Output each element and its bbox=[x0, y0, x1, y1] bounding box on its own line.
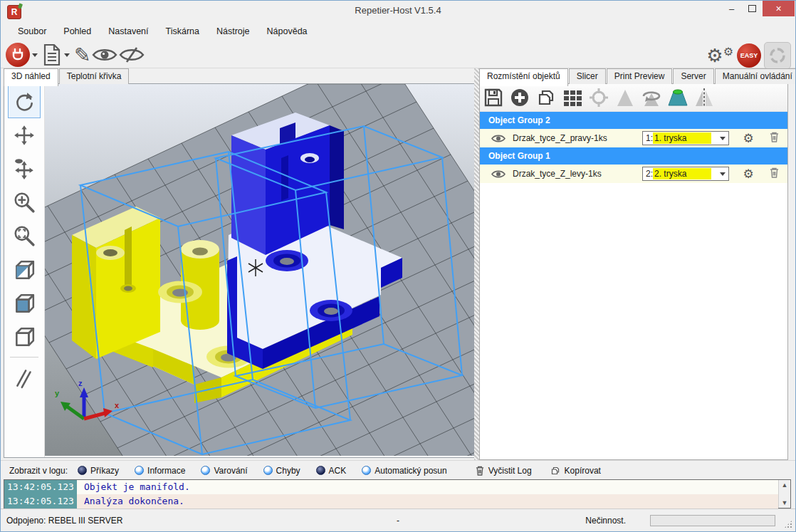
close-button[interactable]: × bbox=[763, 1, 795, 16]
menu-tiskarna[interactable]: Tiskárna bbox=[157, 24, 208, 39]
toggle-prikazy[interactable]: Příkazy bbox=[78, 466, 119, 476]
progress-bar bbox=[650, 515, 775, 526]
zoom-in-button[interactable] bbox=[8, 186, 41, 219]
visibility-eye-icon[interactable] bbox=[491, 134, 506, 143]
toggle-sphere-icon bbox=[135, 466, 144, 475]
add-object-button[interactable] bbox=[509, 87, 530, 108]
trash-icon bbox=[476, 466, 484, 476]
object-group-header[interactable]: Object Group 2 bbox=[480, 112, 787, 129]
pane-splitter[interactable] bbox=[474, 68, 479, 460]
object-row[interactable]: Drzak_tyce_Z_levy-1ks 2:2. tryska ⚙ bbox=[480, 165, 787, 183]
center-object-button[interactable] bbox=[588, 87, 609, 108]
rotate-view-button[interactable] bbox=[8, 85, 41, 118]
log-scrollbar[interactable]: ▲ ▼ bbox=[778, 480, 790, 508]
isometric-view-button[interactable] bbox=[8, 253, 41, 286]
toggle-sphere-icon bbox=[263, 466, 273, 475]
zoom-in-icon bbox=[13, 191, 36, 214]
toggle-varovani[interactable]: Varování bbox=[201, 466, 247, 476]
move-object-button[interactable] bbox=[8, 152, 41, 185]
main-toolbar: ✎ ⚙⚙ EASY bbox=[1, 41, 795, 68]
copy-icon bbox=[550, 466, 560, 476]
delete-object-button[interactable] bbox=[760, 132, 787, 145]
toggle-sphere-icon bbox=[201, 466, 210, 475]
parallel-projection-button[interactable] bbox=[8, 362, 41, 395]
load-dropdown-caret[interactable] bbox=[64, 53, 70, 57]
scroll-up-icon[interactable]: ▲ bbox=[782, 481, 788, 489]
trash-icon bbox=[770, 167, 779, 178]
log-output[interactable]: 13:42:05.123 Objekt je manifold. 13:42:0… bbox=[4, 479, 791, 508]
copy-object-button[interactable] bbox=[535, 87, 557, 108]
menu-pohled[interactable]: Pohled bbox=[55, 24, 100, 39]
object-row[interactable]: Drzak_tyce_Z_pravy-1ks 1:1. tryska ⚙ bbox=[480, 129, 787, 147]
toolbar-separator bbox=[10, 357, 38, 358]
copy-log-button[interactable]: Kopírovat bbox=[550, 466, 601, 476]
log-message: Objekt je manifold. bbox=[77, 480, 778, 494]
front-view-button[interactable] bbox=[8, 286, 41, 319]
scale-object-button[interactable] bbox=[614, 87, 636, 108]
toggle-informace[interactable]: Informace bbox=[135, 466, 185, 476]
menu-nastroje[interactable]: Nástroje bbox=[208, 24, 258, 39]
edit-object-button[interactable]: ✎ bbox=[73, 42, 91, 68]
hide-travel-button[interactable] bbox=[118, 42, 145, 68]
menu-nastaveni[interactable]: Nastavení bbox=[100, 24, 157, 39]
toggle-ack[interactable]: ACK bbox=[316, 466, 347, 476]
tab-print-preview[interactable]: Print Preview bbox=[607, 68, 673, 84]
tab-manualni-ovladani[interactable]: Manuální ovládání bbox=[715, 68, 796, 84]
resize-grip[interactable] bbox=[784, 520, 792, 528]
minimize-button[interactable]: – bbox=[721, 1, 742, 16]
rotate-icon bbox=[13, 90, 36, 113]
zoom-fit-button[interactable] bbox=[8, 219, 41, 252]
move-view-button[interactable] bbox=[8, 119, 41, 152]
axis-x-label: x bbox=[115, 401, 120, 410]
scroll-down-icon[interactable]: ▼ bbox=[782, 499, 788, 506]
autoposition-button[interactable] bbox=[562, 87, 583, 108]
log-timestamp: 13:42:05.123 bbox=[4, 480, 77, 494]
main-area: 3D náhled Teplotní křivka bbox=[1, 68, 795, 460]
menu-napoveda[interactable]: Nápověda bbox=[258, 24, 316, 39]
load-file-button[interactable] bbox=[41, 42, 63, 68]
drop-object-button[interactable] bbox=[667, 87, 688, 108]
object-settings-gear-button[interactable]: ⚙ bbox=[736, 131, 760, 145]
extruder-value: 1. tryska bbox=[653, 132, 711, 144]
connect-button[interactable] bbox=[5, 42, 31, 68]
visibility-eye-icon[interactable] bbox=[491, 169, 506, 179]
object-name: Drzak_tyce_Z_pravy-1ks bbox=[513, 133, 642, 143]
extruder-select[interactable]: 1:1. tryska bbox=[642, 131, 729, 145]
extruder-select[interactable]: 2:2. tryska bbox=[642, 167, 729, 181]
maximize-button[interactable] bbox=[742, 1, 763, 16]
extruder-prefix: 2: bbox=[646, 169, 653, 179]
printer-settings-button[interactable]: ⚙⚙ bbox=[706, 43, 734, 68]
clear-log-button[interactable]: Vyčistit Log bbox=[476, 466, 532, 476]
toggle-sphere-icon bbox=[316, 466, 325, 475]
show-filament-button[interactable] bbox=[91, 42, 118, 68]
log-row: 13:42:05.123 Analýza dokončena. bbox=[4, 494, 778, 508]
tab-slicer[interactable]: Slicer bbox=[569, 68, 606, 84]
top-view-button[interactable] bbox=[8, 320, 41, 353]
menubar: Soubor Pohled Nastavení Tiskárna Nástroj… bbox=[1, 22, 795, 41]
toggle-automaticky-posun[interactable]: Automatický posun bbox=[362, 466, 446, 476]
delete-object-button[interactable] bbox=[760, 167, 787, 180]
parallel-lines-icon bbox=[13, 367, 36, 390]
zoom-fit-icon bbox=[13, 224, 36, 247]
front-cube-icon bbox=[13, 291, 36, 314]
maximize-icon bbox=[748, 5, 756, 12]
extruder-prefix: 1: bbox=[646, 133, 653, 143]
toggle-sphere-icon bbox=[78, 466, 87, 475]
menu-soubor[interactable]: Soubor bbox=[9, 24, 55, 39]
pencil-icon: ✎ bbox=[74, 43, 90, 67]
easy-mode-button[interactable]: EASY bbox=[737, 43, 761, 68]
connect-dropdown-caret[interactable] bbox=[32, 53, 38, 57]
object-settings-gear-button[interactable]: ⚙ bbox=[736, 167, 760, 181]
tab-server[interactable]: Server bbox=[673, 68, 713, 84]
tab-3d-nahled[interactable]: 3D náhled bbox=[4, 68, 58, 86]
object-group-header[interactable]: Object Group 1 bbox=[480, 147, 787, 165]
rotate-object-button[interactable] bbox=[641, 87, 662, 108]
mirror-object-button[interactable] bbox=[693, 87, 715, 108]
tab-rozmisteni-objektu[interactable]: Rozmístění objektů bbox=[479, 68, 568, 86]
wire-cube-icon bbox=[13, 325, 36, 348]
tab-teplotni-krivka[interactable]: Teplotní křivka bbox=[59, 68, 130, 84]
toggle-chyby[interactable]: Chyby bbox=[263, 466, 300, 476]
save-objects-button[interactable] bbox=[483, 87, 504, 108]
emergency-stop-button[interactable] bbox=[764, 42, 791, 69]
3d-viewport[interactable]: x y z bbox=[45, 84, 474, 456]
